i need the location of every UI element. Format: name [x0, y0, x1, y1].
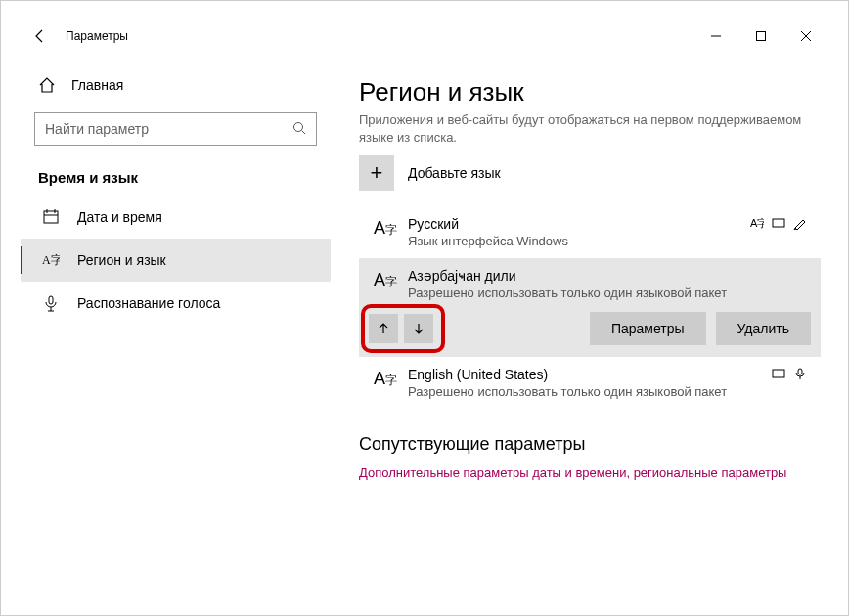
language-badges	[772, 367, 811, 383]
main-panel: Регион и язык Приложения и веб-сайты буд…	[332, 54, 830, 599]
input-icon	[772, 216, 785, 233]
nav-item-datetime[interactable]: Дата и время	[21, 196, 331, 239]
language-icon: A字	[369, 216, 402, 239]
add-language-button[interactable]: +	[359, 155, 394, 191]
page-title: Регион и язык	[359, 77, 821, 108]
language-name: English (United States)	[408, 367, 772, 382]
language-name: Русский	[408, 216, 750, 232]
language-row-russian[interactable]: A字 Русский Язык интерфейса Windows A字	[359, 206, 821, 258]
language-actions: Параметры Удалить	[369, 312, 811, 345]
language-text: Азәрбајҹан дили Разрешено использовать т…	[402, 268, 811, 300]
settings-window: Параметры Главная Найти параметр	[21, 19, 830, 599]
language-icon: A字	[369, 268, 402, 290]
datetime-icon	[42, 208, 60, 226]
nav-item-voice[interactable]: Распознавание голоса	[21, 282, 331, 325]
search-input[interactable]: Найти параметр	[34, 112, 317, 146]
move-down-button[interactable]	[404, 314, 433, 343]
body: Главная Найти параметр Время и язык Дата…	[21, 54, 830, 599]
language-badges: A字	[750, 216, 811, 233]
nav-label: Распознавание голоса	[77, 295, 220, 311]
nav-label: Регион и язык	[77, 252, 166, 268]
svg-text:A字: A字	[42, 253, 60, 267]
display-lang-icon: A字	[750, 216, 764, 233]
home-button[interactable]: Главная	[21, 66, 331, 105]
add-language-row[interactable]: + Добавьте язык	[359, 155, 821, 191]
move-buttons-group	[369, 314, 433, 343]
language-text: English (United States) Разрешено исполь…	[402, 367, 772, 399]
svg-rect-1	[757, 32, 766, 41]
hint-text: Приложения и веб-сайты будут отображатьс…	[359, 111, 821, 146]
titlebar: Параметры	[21, 19, 830, 54]
language-row-english[interactable]: A字 English (United States) Разрешено исп…	[359, 357, 821, 409]
language-name: Азәрбајҹан дили	[408, 268, 811, 284]
svg-text:A字: A字	[750, 217, 764, 229]
move-up-button[interactable]	[369, 314, 398, 343]
voice-icon	[42, 294, 60, 312]
related-section-header: Сопутствующие параметры	[359, 434, 821, 455]
plus-icon: +	[371, 160, 383, 186]
search-placeholder: Найти параметр	[45, 121, 292, 137]
options-button[interactable]: Параметры	[590, 312, 706, 345]
svg-rect-13	[798, 369, 802, 374]
search-icon	[292, 121, 306, 138]
language-subtitle: Разрешено использовать только один языко…	[408, 286, 811, 300]
region-icon: A字	[42, 251, 60, 269]
svg-rect-4	[44, 211, 58, 223]
handwriting-icon	[793, 216, 807, 233]
remove-button[interactable]: Удалить	[716, 312, 811, 345]
home-label: Главная	[71, 77, 123, 93]
back-button[interactable]	[22, 19, 58, 54]
language-row-azerbaijani[interactable]: A字 Азәрбајҹан дили Разрешено использоват…	[359, 258, 821, 357]
close-button[interactable]	[783, 21, 828, 52]
nav-label: Дата и время	[77, 209, 162, 225]
language-text: Русский Язык интерфейса Windows	[402, 216, 750, 248]
related-link[interactable]: Дополнительные параметры даты и времени,…	[359, 464, 821, 482]
language-subtitle: Разрешено использовать только один языко…	[408, 384, 772, 399]
window-controls	[693, 21, 828, 52]
input-icon	[772, 367, 785, 383]
speech-icon	[793, 367, 807, 383]
minimize-button[interactable]	[693, 21, 738, 52]
language-icon: A字	[369, 367, 402, 389]
nav-item-region[interactable]: A字 Регион и язык	[21, 239, 331, 282]
home-icon	[38, 76, 56, 94]
add-language-label: Добавьте язык	[408, 165, 501, 181]
svg-rect-12	[773, 370, 784, 377]
window-title: Параметры	[66, 29, 693, 43]
sidebar: Главная Найти параметр Время и язык Дата…	[21, 54, 332, 599]
language-subtitle: Язык интерфейса Windows	[408, 234, 750, 248]
svg-point-2	[294, 122, 303, 131]
svg-rect-11	[773, 219, 784, 227]
svg-rect-9	[49, 296, 53, 304]
svg-line-3	[302, 130, 306, 134]
maximize-button[interactable]	[738, 21, 783, 52]
category-header: Время и язык	[21, 163, 331, 196]
